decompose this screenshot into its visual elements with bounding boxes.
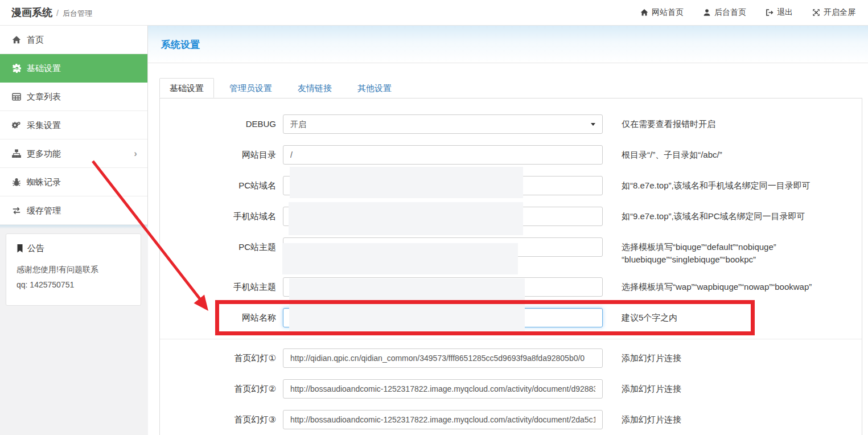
tab-friend-links[interactable]: 友情链接 [287,78,342,98]
nav-logout[interactable]: 退出 [766,7,793,18]
field-label: 手机站主题 [160,277,283,297]
settings-form-panel: DEBUG 开启 仅在需要查看报错时开启 网站目录 根目录“/”、子目录如“/a… [159,98,862,435]
bug-icon [12,178,21,187]
censor-overlay [289,202,523,235]
sidebar-item-label: 蜘蛛记录 [27,168,137,196]
sidebar-item-basic-settings[interactable]: 基础设置 [0,54,147,83]
sitemap-icon [12,149,21,158]
notice-card: 公告 感谢您使用!有问题联系 qq: 1425750751 [6,233,141,306]
breadcrumb-current: 后台管理 [63,9,92,19]
app-title: 漫画系统 [11,6,52,19]
field-hint: 添加幻灯片连接 [622,348,681,364]
home-icon [640,9,648,17]
tab-admin-settings[interactable]: 管理员设置 [219,78,282,98]
form-row-site-directory: 网站目录 根目录“/”、子目录如“/abc/” [160,145,862,165]
slide-2-url-input[interactable] [283,379,603,399]
censor-overlay [282,243,518,274]
tab-basic-settings[interactable]: 基础设置 [159,78,214,98]
nav-link-label: 退出 [777,7,793,18]
field-hint: 添加幻灯片连接 [622,410,681,426]
chevron-right-icon: › [134,139,137,168]
field-hint: 仅在需要查看报错时开启 [622,114,715,130]
breadcrumb-separator: / [56,9,59,18]
field-label: 网站名称 [160,308,283,327]
tab-bar: 基础设置 管理员设置 友情链接 其他设置 [159,78,862,98]
topbar-nav: 网站首页 后台首页 退出 开启全屏 [640,7,855,18]
sidebar-item-spider-log[interactable]: 蜘蛛记录 [0,168,147,196]
censor-overlay [289,278,525,331]
sidebar-item-label: 采集设置 [27,111,137,139]
notice-title-text: 公告 [27,243,44,254]
site-directory-input[interactable] [283,145,603,165]
sidebar-item-label: 缓存管理 [27,196,137,225]
field-hint: 根目录“/”、子目录如“/abc/” [622,145,722,161]
sidebar-item-label: 更多功能 [27,139,134,168]
notice-text-line1: 感谢您使用!有问题联系 [17,262,131,277]
sidebar-item-article-list[interactable]: 文章列表 [0,83,147,111]
sidebar-menu-shadow [0,225,148,229]
nav-admin-home[interactable]: 后台首页 [703,7,746,18]
sidebar-item-label: 基础设置 [27,54,137,83]
exchange-icon [12,206,21,215]
home-icon [12,35,21,44]
sidebar-item-home[interactable]: 首页 [0,26,147,54]
censor-overlay [290,167,523,198]
field-label: PC站域名 [160,176,283,195]
bookmark-icon [17,244,23,253]
slide-3-url-input[interactable] [283,410,603,429]
sidebar-item-collect-settings[interactable]: 采集设置 [0,111,147,139]
sidebar-item-cache-management[interactable]: 缓存管理 [0,196,147,225]
form-section-divider [160,339,862,339]
field-label: 首页幻灯② [160,379,283,399]
page-header: 系统设置 [148,26,868,63]
field-hint: 选择模板填写“biquge”“default”“nobiquge” “blueb… [622,237,776,266]
form-row-slide-1: 首页幻灯① 添加幻灯片连接 [160,348,862,368]
nav-site-home[interactable]: 网站首页 [640,7,684,18]
nav-link-label: 后台首页 [714,7,746,18]
form-row-debug: DEBUG 开启 仅在需要查看报错时开启 [160,114,862,134]
caret-down-icon [591,123,595,126]
field-hint: 添加幻灯片连接 [622,379,681,395]
form-row-slide-3: 首页幻灯③ 添加幻灯片连接 [160,410,862,429]
field-hint: 建议5个字之内 [622,308,677,324]
field-label: DEBUG [160,114,283,134]
notice-title: 公告 [17,243,131,254]
field-hint: 如“9.e7e.top”,该域名和PC域名绑定同一目录即可 [622,207,805,223]
cogs-icon [12,121,21,130]
sidebar-item-label: 文章列表 [27,83,137,111]
sidebar-item-more-features[interactable]: 更多功能 › [0,139,147,168]
sidebar: 首页 基础设置 文章列表 采集设置 [0,26,148,435]
nav-link-label: 网站首页 [652,7,684,18]
field-label: 手机站域名 [160,207,283,226]
notice-text-line2: qq: 1425750751 [17,277,131,293]
tab-other-settings[interactable]: 其他设置 [347,78,402,98]
field-label: 网站目录 [160,145,283,165]
topbar: 漫画系统 / 后台管理 网站首页 后台首页 退出 开启全屏 [0,0,868,26]
table-icon [12,92,21,101]
field-label: PC站主题 [160,237,283,257]
page-title: 系统设置 [161,38,868,51]
nav-link-label: 开启全屏 [824,7,855,18]
sidebar-item-label: 首页 [27,26,137,54]
field-label: 首页幻灯① [160,348,283,368]
field-label: 首页幻灯③ [160,410,283,429]
breadcrumb: 漫画系统 / 后台管理 [11,6,92,19]
sidebar-menu: 首页 基础设置 文章列表 采集设置 [0,26,148,225]
sign-out-icon [766,9,774,17]
slide-1-url-input[interactable] [283,348,603,368]
debug-select[interactable]: 开启 [283,114,603,134]
form-row-slide-2: 首页幻灯② 添加幻灯片连接 [160,379,862,399]
field-hint: 选择模板填写“wap”“wapbiquge”“nowap”“bookwap” [622,277,812,293]
main-content: 系统设置 基础设置 管理员设置 友情链接 其他设置 DEBUG 开启 仅在需要查… [148,26,868,435]
gear-icon [12,64,21,73]
nav-fullscreen[interactable]: 开启全屏 [812,7,855,18]
fullscreen-icon [812,9,820,17]
field-hint: 如“8.e7e.top”,该域名和手机域名绑定同一目录即可 [622,176,811,192]
user-icon [703,9,711,17]
